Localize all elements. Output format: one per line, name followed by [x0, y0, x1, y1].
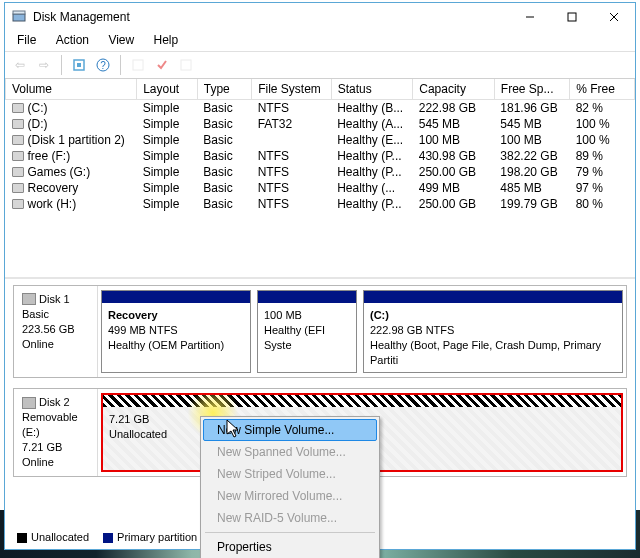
drive-icon [12, 119, 24, 129]
menu-action[interactable]: Action [48, 31, 97, 49]
menu-new-raid5-volume[interactable]: New RAID-5 Volume... [203, 507, 377, 529]
menubar: File Action View Help [5, 31, 635, 51]
svg-rect-1 [13, 11, 25, 14]
menu-separator [205, 532, 375, 533]
legend-label-primary: Primary partition [117, 531, 197, 543]
titlebar[interactable]: Disk Management [5, 3, 635, 31]
svg-rect-11 [181, 60, 191, 70]
volume-table[interactable]: Volume Layout Type File System Status Ca… [5, 79, 635, 212]
svg-rect-0 [13, 14, 25, 21]
col-capacity[interactable]: Capacity [413, 79, 495, 100]
svg-rect-10 [133, 60, 143, 70]
col-freespace[interactable]: Free Sp... [494, 79, 569, 100]
disk-label: Disk 1 Basic 223.56 GB Online [14, 286, 98, 377]
disk-label: Disk 2 Removable (E:) 7.21 GB Online [14, 389, 98, 475]
nav-back-button[interactable]: ⇦ [9, 54, 31, 76]
partition-header [102, 291, 250, 303]
table-row[interactable]: work (H:)SimpleBasicNTFSHealthy (P...250… [6, 196, 635, 212]
table-row[interactable]: Games (G:)SimpleBasicNTFSHealthy (P...25… [6, 164, 635, 180]
menu-new-mirrored-volume[interactable]: New Mirrored Volume... [203, 485, 377, 507]
menu-help[interactable]: Help [146, 31, 187, 49]
maximize-button[interactable] [551, 3, 593, 31]
drive-icon [12, 167, 24, 177]
toolbar-action2-button[interactable] [151, 54, 173, 76]
table-row[interactable]: RecoverySimpleBasicNTFSHealthy (...499 M… [6, 180, 635, 196]
toolbar-action1-button[interactable] [127, 54, 149, 76]
partition-c[interactable]: (C:) 222.98 GB NTFS Healthy (Boot, Page … [363, 290, 623, 373]
disk-row-1[interactable]: Disk 1 Basic 223.56 GB Online Recovery 4… [13, 285, 627, 378]
legend-label-unallocated: Unallocated [31, 531, 89, 543]
col-type[interactable]: Type [197, 79, 251, 100]
drive-icon [12, 183, 24, 193]
legend-swatch-unallocated [17, 533, 27, 543]
svg-rect-3 [568, 13, 576, 21]
table-row[interactable]: (C:)SimpleBasicNTFSHealthy (B...222.98 G… [6, 100, 635, 117]
toolbar-separator [120, 55, 121, 75]
table-row[interactable]: free (F:)SimpleBasicNTFSHealthy (P...430… [6, 148, 635, 164]
drive-icon [12, 103, 24, 113]
window-title: Disk Management [33, 10, 509, 24]
drive-icon [12, 199, 24, 209]
toolbar-help-button[interactable]: ? [92, 54, 114, 76]
menu-file[interactable]: File [9, 31, 44, 49]
col-filesystem[interactable]: File System [252, 79, 331, 100]
col-pctfree[interactable]: % Free [570, 79, 635, 100]
col-volume[interactable]: Volume [6, 79, 137, 100]
legend: Unallocated Primary partition [17, 531, 197, 543]
col-status[interactable]: Status [331, 79, 413, 100]
partition-efi[interactable]: 100 MB Healthy (EFI Syste [257, 290, 357, 373]
toolbar-refresh-button[interactable] [68, 54, 90, 76]
table-row[interactable]: (D:)SimpleBasicFAT32Healthy (A...545 MB5… [6, 116, 635, 132]
toolbar: ⇦ ⇨ ? [5, 51, 635, 79]
partition-header [258, 291, 356, 303]
svg-text:?: ? [100, 60, 106, 71]
menu-new-spanned-volume[interactable]: New Spanned Volume... [203, 441, 377, 463]
legend-swatch-primary [103, 533, 113, 543]
drive-icon [12, 151, 24, 161]
svg-rect-7 [77, 63, 81, 67]
close-button[interactable] [593, 3, 635, 31]
menu-new-striped-volume[interactable]: New Striped Volume... [203, 463, 377, 485]
partition-header [364, 291, 622, 303]
toolbar-separator [61, 55, 62, 75]
col-layout[interactable]: Layout [137, 79, 198, 100]
minimize-button[interactable] [509, 3, 551, 31]
app-icon [11, 9, 27, 25]
menu-view[interactable]: View [100, 31, 142, 49]
table-row[interactable]: (Disk 1 partition 2)SimpleBasicHealthy (… [6, 132, 635, 148]
disk-icon [22, 397, 36, 409]
partition-recovery[interactable]: Recovery 499 MB NTFS Healthy (OEM Partit… [101, 290, 251, 373]
context-menu: New Simple Volume... New Spanned Volume.… [200, 416, 380, 558]
disk-icon [22, 293, 36, 305]
menu-properties[interactable]: Properties [203, 536, 377, 558]
drive-icon [12, 135, 24, 145]
menu-new-simple-volume[interactable]: New Simple Volume... [203, 419, 377, 441]
nav-forward-button[interactable]: ⇨ [33, 54, 55, 76]
partition-header-unallocated [103, 395, 621, 407]
toolbar-action3-button[interactable] [175, 54, 197, 76]
